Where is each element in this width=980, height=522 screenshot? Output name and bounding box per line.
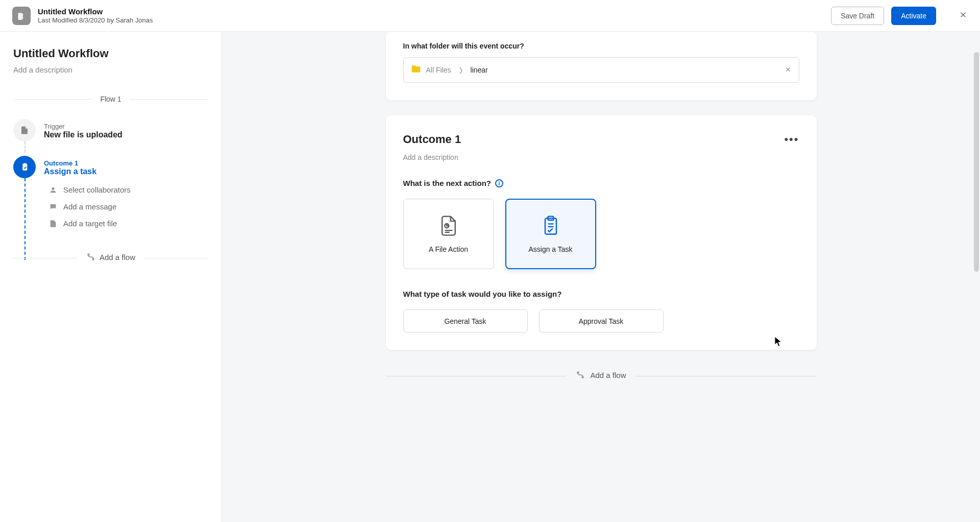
flow-label: Flow 1 xyxy=(92,95,129,103)
activate-button[interactable]: Activate xyxy=(891,7,936,25)
connector-line-active xyxy=(24,178,26,260)
top-header: Untitled Workflow Last Modified 8/3/2020… xyxy=(0,0,980,32)
person-icon xyxy=(49,186,57,194)
sidebar: Untitled Workflow Add a description Flow… xyxy=(0,32,222,522)
outcome-sub-list: Select collaborators Add a message Add a… xyxy=(49,181,208,232)
task-type-question: What type of task would you like to assi… xyxy=(403,290,562,298)
add-flow-label: Add a flow xyxy=(590,371,626,379)
file-small-icon xyxy=(49,220,57,228)
trigger-title: New file is uploaded xyxy=(44,130,122,139)
task-general[interactable]: General Task xyxy=(403,310,528,333)
flow-divider: Flow 1 xyxy=(13,94,208,104)
breadcrumb-leaf[interactable]: linear xyxy=(471,66,488,74)
task-approval[interactable]: Approval Task xyxy=(539,310,664,333)
main-content: In what folder will this event occur? Al… xyxy=(222,32,980,522)
sidebar-outcome-item[interactable]: Outcome 1 Assign a task xyxy=(13,156,208,178)
info-icon[interactable]: i xyxy=(495,179,503,187)
bottom-add-flow[interactable]: Add a flow xyxy=(386,370,817,382)
breadcrumb-root[interactable]: All Files xyxy=(426,66,451,74)
sidebar-desc-placeholder[interactable]: Add a description xyxy=(13,65,208,74)
action-options: A File Action Assign a Task xyxy=(403,199,799,269)
sidebar-add-flow[interactable]: Add a flow xyxy=(13,252,208,264)
folder-selector[interactable]: All Files ❯ linear xyxy=(403,57,799,83)
outcome-desc-placeholder[interactable]: Add a description xyxy=(403,153,799,161)
message-icon xyxy=(49,203,57,211)
option-label: Assign a Task xyxy=(528,245,572,253)
flow-icon xyxy=(576,370,585,379)
sub-item-label: Add a target file xyxy=(63,219,117,228)
option-file-action[interactable]: A File Action xyxy=(403,199,494,269)
save-draft-button[interactable]: Save Draft xyxy=(831,7,884,25)
chevron-right-icon: ❯ xyxy=(458,66,463,74)
add-flow-label: Add a flow xyxy=(100,253,135,262)
folder-question: In what folder will this event occur? xyxy=(403,42,799,50)
connector-line xyxy=(24,141,26,153)
file-chart-icon xyxy=(437,215,460,237)
app-logo-icon xyxy=(12,7,31,25)
workflow-title: Untitled Workflow xyxy=(38,7,153,16)
option-assign-task[interactable]: Assign a Task xyxy=(505,199,596,269)
sidebar-title[interactable]: Untitled Workflow xyxy=(13,47,208,60)
task-type-options: General Task Approval Task xyxy=(403,310,799,333)
option-label: A File Action xyxy=(429,245,468,253)
folder-icon xyxy=(411,64,421,76)
more-menu-icon[interactable]: ••• xyxy=(784,133,799,146)
flow-icon xyxy=(86,252,95,262)
sub-item-label: Select collaborators xyxy=(63,185,131,194)
clipboard-check-icon xyxy=(13,156,36,178)
outcome-title[interactable]: Outcome 1 xyxy=(403,133,461,146)
outcome-eyebrow: Outcome 1 xyxy=(44,159,96,167)
sub-item-message[interactable]: Add a message xyxy=(49,198,208,215)
sub-item-target-file[interactable]: Add a target file xyxy=(49,215,208,232)
next-action-question: What is the next action? xyxy=(403,179,492,187)
folder-card: In what folder will this event occur? Al… xyxy=(386,32,817,100)
clear-folder-icon[interactable] xyxy=(785,65,792,76)
outcome-card: Outcome 1 ••• Add a description What is … xyxy=(386,115,817,350)
title-block: Untitled Workflow Last Modified 8/3/2020… xyxy=(38,7,153,25)
scrollbar[interactable] xyxy=(974,52,979,272)
sub-item-collaborators[interactable]: Select collaborators xyxy=(49,181,208,198)
sub-item-label: Add a message xyxy=(63,202,116,211)
outcome-title: Assign a task xyxy=(44,167,96,176)
clipboard-task-icon xyxy=(540,215,562,237)
last-modified-text: Last Modified 8/3/2020 by Sarah Jonas xyxy=(38,16,153,25)
sidebar-trigger-item[interactable]: Trigger New file is uploaded xyxy=(13,119,208,141)
file-icon xyxy=(13,119,36,141)
close-icon[interactable] xyxy=(959,10,968,21)
trigger-eyebrow: Trigger xyxy=(44,123,122,130)
